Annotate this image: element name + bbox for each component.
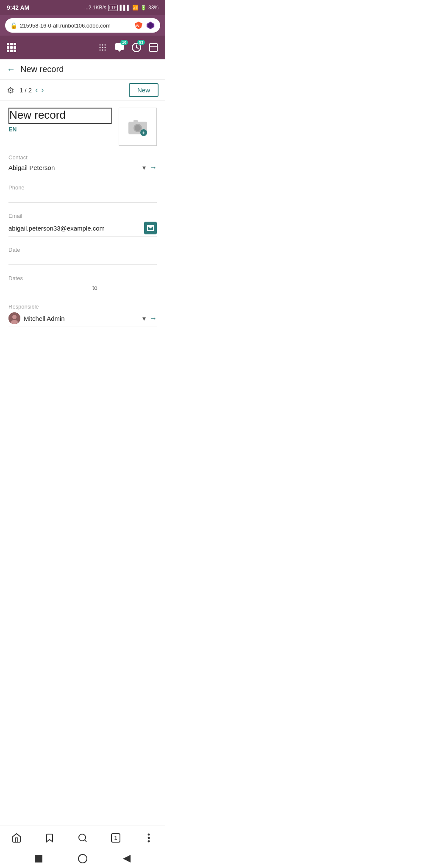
responsible-input-row: ▾ → [8,312,157,326]
date-input[interactable] [8,256,157,263]
svg-text:+: + [142,130,145,136]
pagination-text: 1 / 2 [19,86,32,94]
pagination: 1 / 2 ‹ › [19,86,44,95]
form-title-left: EN [8,108,112,133]
dates-label: Dates [8,275,157,281]
phone-field: Phone [8,184,157,203]
network-type-icon: LTE [108,5,118,11]
prev-record-button[interactable]: ‹ [35,86,38,95]
responsible-label: Responsible [8,303,157,310]
url-box[interactable]: 🔒 215958-16-0-all.runbot106.odoo.com B [5,18,160,33]
responsible-navigate-icon[interactable]: → [149,314,157,323]
battery-icon: 🔋 [140,5,147,11]
status-icons: ...2.1KB/s LTE ▌▌▌ 📶 🔋 33% [84,5,159,11]
svg-point-8 [102,47,103,48]
url-text: 215958-16-0-all.runbot106.odoo.com [20,22,131,29]
contact-navigate-icon[interactable]: → [149,163,157,172]
svg-point-18 [135,125,141,131]
svg-rect-14 [150,44,157,51]
svg-point-24 [11,320,18,324]
next-record-button[interactable]: › [41,86,44,95]
form-content: EN + Contact [0,101,165,370]
svg-point-9 [105,47,106,48]
svg-point-6 [105,45,106,46]
contact-field: Contact ▾ → [8,154,157,174]
contact-input[interactable] [8,164,139,171]
settings-icon[interactable]: ⚙ [7,85,14,95]
phone-dialpad[interactable] [97,42,108,53]
email-input[interactable] [8,225,141,232]
activity-button[interactable]: 53 [131,42,142,53]
svg-point-23 [12,315,17,319]
status-time: 9:42 AM [7,4,29,11]
svg-point-5 [102,45,103,46]
phone-label: Phone [8,184,157,191]
contact-dropdown-icon[interactable]: ▾ [142,164,146,172]
dates-separator: to [92,284,97,291]
svg-point-12 [105,50,106,51]
dates-from-input[interactable] [8,284,89,291]
email-field: Email [8,213,157,236]
user-avatar [8,312,20,324]
svg-point-11 [102,50,103,51]
clock-badge: 53 [137,40,145,45]
record-title-input[interactable] [8,108,112,124]
record-toolbar: ⚙ 1 / 2 ‹ › New [0,80,165,101]
back-button[interactable]: ← [7,64,15,74]
phone-input[interactable] [8,193,157,200]
chat-button[interactable]: 10 [114,42,125,53]
new-record-button[interactable]: New [129,83,159,97]
vpn-icon [146,21,155,30]
phone-input-row [8,193,157,203]
status-bar: 9:42 AM ...2.1KB/s LTE ▌▌▌ 📶 🔋 33% [0,0,165,15]
page-title: New record [20,64,64,74]
window-icon [148,42,159,53]
svg-rect-19 [134,120,138,122]
menu-grid-icon[interactable] [7,43,16,52]
date-field: Date [8,247,157,265]
chat-badge: 10 [120,40,128,45]
svg-text:B: B [136,24,139,28]
svg-point-4 [100,45,101,46]
browser-bar: 🔒 215958-16-0-all.runbot106.odoo.com B [0,15,165,36]
send-email-icon[interactable] [144,222,157,234]
responsible-dropdown-icon[interactable]: ▾ [142,314,146,323]
camera-icon: + [127,117,149,136]
responsible-field: Responsible ▾ → [8,303,157,326]
record-toolbar-left: ⚙ 1 / 2 ‹ › [7,85,44,95]
email-label: Email [8,213,157,219]
lock-icon: 🔒 [10,22,17,29]
contact-input-row: ▾ → [8,163,157,174]
wifi-icon: 📶 [132,5,139,11]
toolbar-right: 10 53 [97,42,159,53]
date-input-row [8,256,157,265]
contact-label: Contact [8,154,157,161]
dates-to-input[interactable] [101,284,165,291]
svg-point-10 [100,50,101,51]
email-input-row [8,222,157,236]
toggle-window-button[interactable] [148,42,159,53]
dialpad-icon [97,42,108,53]
dates-field: Dates to [8,275,157,293]
battery-percent: 33% [148,5,159,11]
form-title-row: EN + [8,108,157,146]
photo-upload-area[interactable]: + [119,108,157,146]
toolbar-left [7,43,16,52]
brave-icon: B [134,21,143,30]
svg-point-7 [100,47,101,48]
app-toolbar: 10 53 [0,36,165,59]
responsible-input[interactable] [24,315,139,322]
date-label: Date [8,247,157,253]
dates-range-row: to [8,284,157,293]
lang-badge[interactable]: EN [8,126,112,133]
signal-icon: ▌▌▌ [120,5,131,11]
network-speed: ...2.1KB/s [84,5,106,11]
page-header: ← New record [0,59,165,80]
